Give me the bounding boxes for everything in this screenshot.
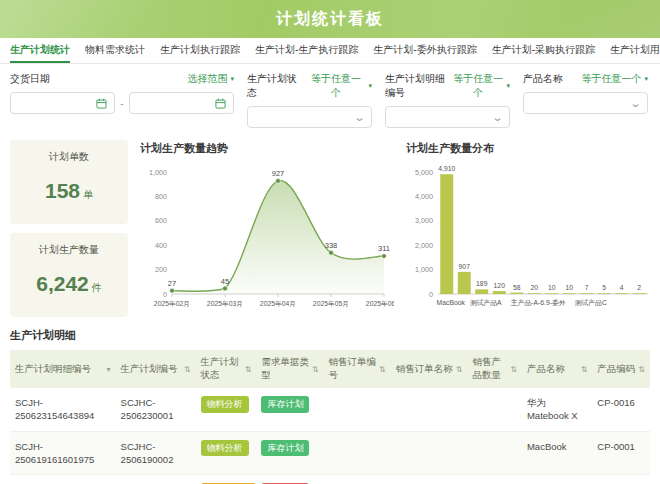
cell-plan-no: SCJHC-2506230001 (116, 388, 196, 431)
svg-text:4,000: 4,000 (415, 192, 433, 201)
column-header[interactable]: 产品编码⇅ (592, 350, 650, 388)
column-header[interactable]: 需求单据类型⇅ (256, 350, 323, 388)
filter-operator-button[interactable]: 等于任意一个▾ (306, 72, 372, 100)
cell-qty: 30 (468, 475, 522, 484)
status-badge: 物料分析 (201, 440, 249, 457)
cell-so-no: XSDD250619-01 (324, 475, 391, 484)
column-header[interactable]: 生产计划明细编号▾ (10, 350, 116, 388)
bar-value-label: 58 (513, 284, 521, 291)
distribution-chart-panel: 计划生产数量分布 01,0002,0003,0004,0005,0004,910… (402, 140, 652, 318)
cell-plan-no: SCJHC-2506190002 (116, 475, 196, 484)
bar-chart-title: 计划生产数量分布 (402, 140, 652, 158)
svg-text:200: 200 (155, 265, 167, 274)
date-start-input[interactable] (10, 92, 115, 114)
tab-item[interactable]: 生产计划-委外执行跟踪 (373, 38, 476, 63)
cell-status: 物料分析 (196, 432, 257, 475)
filter-label: 交货日期 (10, 72, 50, 86)
svg-text:2025年02月: 2025年02月 (154, 300, 190, 308)
tab-item[interactable]: 生产计划用料统计 (610, 38, 660, 63)
filter-label: 生产计划明细编号 (385, 72, 453, 100)
tab-item[interactable]: 生产计划执行跟踪 (160, 38, 240, 63)
tab-item[interactable]: 物料需求统计 (85, 38, 145, 63)
area-fill (172, 181, 384, 294)
date-end-input[interactable] (129, 92, 234, 114)
cell-so-no (324, 388, 391, 431)
select-input[interactable]: ⌄ (247, 106, 372, 128)
bar (510, 293, 523, 294)
column-header-label: 需求单据类型 (261, 356, 309, 382)
cell-plan-no: SCJHC-2506190002 (116, 432, 196, 475)
data-point (170, 288, 175, 293)
svg-text:400: 400 (155, 241, 167, 250)
cell-so-no (324, 432, 391, 475)
cell-demand-type: 库存计划 (256, 388, 323, 431)
sort-icon: ⇅ (456, 365, 463, 374)
page-banner: 计划统计看板 (0, 0, 660, 38)
sort-icon: ⇅ (312, 365, 319, 374)
filter-label: 生产计划状态 (247, 72, 306, 100)
bar-value-label: 10 (565, 284, 573, 291)
select-input[interactable]: ⌄ (523, 92, 648, 114)
column-header-label: 销售订单编号 (329, 356, 377, 382)
bar (598, 293, 611, 294)
caret-down-icon: ▾ (644, 75, 648, 83)
x-axis-label: 测试产品C (575, 299, 607, 307)
filter-group: 产品名称等于任意一个▾⌄ (523, 72, 648, 128)
data-label: 45 (221, 277, 229, 286)
data-label: 338 (325, 241, 338, 250)
demand-type-badge: 库存计划 (261, 440, 309, 457)
filter-group: 生产计划明细编号等于任意一个▾⌄ (385, 72, 510, 128)
bar (615, 293, 628, 294)
bar (633, 293, 646, 294)
svg-text:1,000: 1,000 (415, 265, 433, 274)
cell-status: 待执行物... (196, 475, 257, 484)
calendar-icon[interactable] (215, 98, 226, 109)
tab-item[interactable]: 生产计划-采购执行跟踪 (492, 38, 595, 63)
column-header[interactable]: 销售订单名称⇅ (391, 350, 468, 388)
select-input[interactable]: ⌄ (385, 106, 510, 128)
trend-chart-panel: 计划生产数量趋势 02004006008001,0002025年02月2025年… (136, 140, 394, 318)
tab-item[interactable]: 生产计划-生产执行跟踪 (255, 38, 358, 63)
tab-item[interactable]: 生产计划统计 (10, 38, 70, 63)
filter-operator-button[interactable]: 选择范围▾ (187, 72, 234, 86)
filter-group: 生产计划状态等于任意一个▾⌄ (247, 72, 372, 128)
bar-value-label: 907 (459, 263, 471, 270)
column-header[interactable]: 销售产品数量⇅ (468, 350, 522, 388)
column-header[interactable]: 销售订单编号⇅ (324, 350, 391, 388)
y-axis: 01,0002,0003,0004,0005,000 (415, 168, 433, 299)
cell-demand-type: 库存计划 (256, 432, 323, 475)
filter-group: 交货日期选择范围▾- (10, 72, 234, 128)
sort-icon: ⇅ (510, 365, 517, 374)
bar (458, 272, 471, 294)
svg-text:2025年05月: 2025年05月 (313, 300, 349, 308)
svg-text:2025年03月: 2025年03月 (207, 300, 243, 308)
cell-status: 物料分析 (196, 388, 257, 431)
calendar-icon[interactable] (96, 98, 107, 109)
cell-so-name (391, 388, 468, 431)
bar (563, 293, 576, 294)
data-label: 27 (168, 279, 176, 288)
data-point (382, 254, 387, 259)
cell-code: CP-0001 (592, 432, 650, 475)
column-header[interactable]: 生产计划状态⇅ (196, 350, 257, 388)
chevron-down-icon: ⌄ (353, 115, 365, 119)
stat-value: 6,242件 (36, 272, 102, 296)
column-header[interactable]: 产品名称⇅ (522, 350, 592, 388)
line-chart-title: 计划生产数量趋势 (136, 140, 394, 158)
table-body: SCJH-250623154643894SCJHC-2506230001物料分析… (10, 388, 650, 484)
stat-card: 计划生产数量6,242件 (10, 233, 128, 317)
cell-detail-no: SCJH-250623154643894 (10, 388, 116, 431)
x-axis: 2025年02月2025年03月2025年04月2025年05月2025年06月 (154, 294, 394, 308)
table-section: 生产计划明细 生产计划明细编号▾生产计划编号⇅生产计划状态⇅需求单据类型⇅销售订… (0, 318, 660, 484)
column-header-label: 销售产品数量 (473, 356, 509, 382)
tab-bar: 生产计划统计物料需求统计生产计划执行跟踪生产计划-生产执行跟踪生产计划-委外执行… (0, 38, 660, 64)
svg-text:0: 0 (163, 290, 167, 299)
filter-operator-button[interactable]: 等于任意一个▾ (581, 72, 648, 86)
filter-operator-button[interactable]: 等于任意一个▾ (453, 72, 510, 100)
x-axis-label: MacBook (437, 299, 466, 306)
sort-icon: ⇅ (379, 365, 386, 374)
cell-code: CP-0016 (592, 388, 650, 431)
svg-text:2,000: 2,000 (415, 241, 433, 250)
cell-so-name (391, 432, 468, 475)
column-header[interactable]: 生产计划编号⇅ (116, 350, 196, 388)
